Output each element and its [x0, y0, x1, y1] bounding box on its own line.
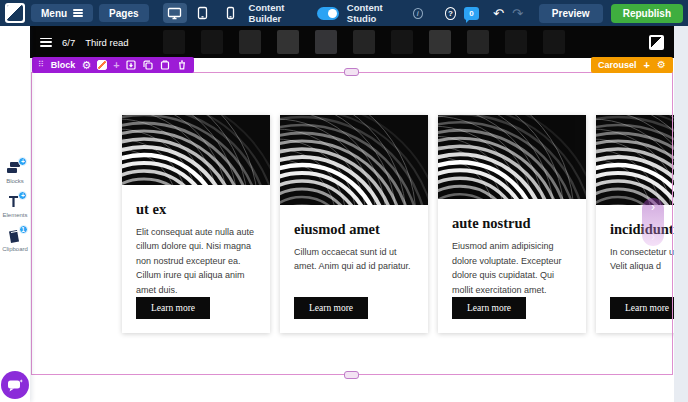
sidebar-item-elements[interactable]: + Elements [2, 195, 27, 218]
element-tag[interactable]: Carousel + ⚙ [591, 57, 673, 73]
learn-more-button[interactable]: Learn more [136, 297, 210, 319]
mobile-preview-button[interactable] [219, 3, 243, 23]
block-add-icon[interactable]: + [113, 60, 119, 71]
card[interactable]: ut ex Elit consequat aute nulla aute cil… [122, 115, 270, 333]
undo-icon[interactable]: ↶ [493, 7, 504, 20]
topbar-right-group: Content Builder Content Studio i ? 0 ↶ ↷… [249, 2, 683, 24]
menu-button[interactable]: Menu [31, 4, 93, 22]
card-title: ut ex [136, 201, 256, 218]
block-save-icon[interactable] [126, 60, 137, 71]
site-logo-icon [649, 35, 664, 50]
app-logo-icon[interactable] [5, 3, 25, 23]
widgets-sidebar: + Blocks + Elements 1 Clipboard [0, 26, 30, 402]
preview-button[interactable]: Preview [539, 4, 603, 23]
editor-topbar: Menu Pages Content [0, 0, 688, 26]
tablet-preview-button[interactable] [191, 3, 215, 23]
block-settings-icon[interactable]: ⚙ [81, 60, 91, 71]
content-studio-label: Content Studio [347, 2, 405, 24]
canvas-gutter [674, 26, 688, 402]
mobile-icon [226, 6, 235, 20]
card-image [596, 115, 674, 205]
slide-thumbnail[interactable] [315, 30, 337, 54]
slide-counter: 6/7 [62, 37, 75, 48]
slide-thumbnails [163, 30, 639, 54]
drag-handle-icon[interactable]: ⠿ [38, 61, 45, 69]
editor-window: Menu Pages Content [0, 0, 688, 402]
card-text: Elit consequat aute nulla aute cillum do… [136, 225, 256, 297]
learn-more-button[interactable]: Learn more [610, 297, 674, 319]
slide-thumbnail[interactable] [505, 30, 527, 54]
sidebar-item-clipboard[interactable]: 1 Clipboard [2, 229, 28, 252]
card-text: Eiusmod anim adipisicing dolore voluptat… [452, 239, 572, 297]
site-header: 6/7 Third read [30, 26, 674, 58]
blocks-icon: + [6, 161, 23, 176]
republish-button-label: Republish [623, 8, 671, 19]
card[interactable]: aute nostrud Eiusmod anim adipisicing do… [438, 115, 586, 333]
card-text: In consectetur ut in culpa. Velit aliqua… [610, 245, 674, 274]
pages-button[interactable]: Pages [99, 4, 148, 22]
learn-more-button[interactable]: Learn more [294, 297, 368, 319]
selection-handle-bottom[interactable] [344, 371, 359, 379]
slide-thumbnail[interactable] [163, 30, 185, 54]
block-paste-icon[interactable] [160, 60, 171, 71]
element-settings-icon[interactable]: ⚙ [657, 60, 666, 70]
slide-thumbnail[interactable] [543, 30, 565, 54]
blocks-badge: + [18, 157, 27, 166]
element-tag-label: Carousel [598, 60, 637, 70]
carousel-next-button[interactable]: › › [642, 198, 664, 246]
assistant-chat-button[interactable] [1, 371, 29, 399]
sidebar-item-label: Clipboard [2, 246, 28, 252]
block-delete-icon[interactable] [177, 60, 188, 71]
chevron-right-icon: › [651, 231, 655, 243]
sidebar-item-label: Elements [2, 212, 27, 218]
site-canvas: 6/7 Third read ⠿ Block ⚙ + [30, 26, 674, 402]
help-icon[interactable]: ? [445, 7, 456, 20]
slide-thumbnail[interactable] [277, 30, 299, 54]
sidebar-item-blocks[interactable]: + Blocks [6, 161, 24, 184]
toggle-knob [328, 9, 337, 18]
slide-title: Third read [85, 37, 128, 48]
comments-icon[interactable]: 0 [464, 7, 479, 20]
clipboard-icon: 1 [7, 229, 24, 244]
content-mode-toggle[interactable] [317, 7, 338, 20]
pages-button-label: Pages [109, 8, 138, 19]
site-menu-icon[interactable] [40, 38, 52, 47]
chevron-right-icon: › [651, 201, 655, 213]
slide-thumbnail[interactable] [391, 30, 413, 54]
menu-button-label: Menu [41, 8, 67, 19]
block-toolbar: ⠿ Block ⚙ + [32, 57, 194, 73]
comments-count: 0 [469, 9, 473, 18]
card-image [122, 115, 270, 185]
content-builder-label: Content Builder [249, 2, 310, 24]
carousel-cards: ut ex Elit consequat aute nulla aute cil… [122, 115, 674, 333]
element-add-icon[interactable]: + [644, 60, 650, 71]
block-design-icon[interactable] [97, 60, 107, 70]
card-body: ut ex Elit consequat aute nulla aute cil… [122, 185, 270, 333]
chat-bubble-icon [7, 378, 24, 393]
sidebar-item-label: Blocks [6, 178, 24, 184]
menu-icon [73, 9, 83, 17]
slide-thumbnail[interactable] [239, 30, 261, 54]
block-toolbar-label: Block [51, 60, 76, 70]
card-image [438, 115, 586, 199]
preview-button-label: Preview [552, 8, 590, 19]
info-icon[interactable]: i [413, 8, 423, 19]
slide-thumbnail[interactable] [201, 30, 223, 54]
desktop-preview-button[interactable] [163, 3, 187, 23]
card-text: Cillum occaecat sunt id ut amet. Anim qu… [294, 245, 414, 274]
republish-button[interactable]: Republish [611, 4, 683, 23]
card[interactable]: eiusmod amet Cillum occaecat sunt id ut … [280, 115, 428, 333]
learn-more-button[interactable]: Learn more [452, 297, 526, 319]
slide-thumbnail[interactable] [429, 30, 451, 54]
elements-badge: + [18, 191, 27, 200]
block-copy-icon[interactable] [143, 60, 154, 71]
card-image [280, 115, 428, 205]
card-title: aute nostrud [452, 215, 572, 232]
clipboard-badge: 1 [19, 225, 28, 234]
device-preview-group [163, 3, 243, 23]
slide-thumbnail[interactable] [467, 30, 489, 54]
selection-handle-top[interactable] [344, 68, 359, 76]
card-body: aute nostrud Eiusmod anim adipisicing do… [438, 199, 586, 333]
redo-icon[interactable]: ↷ [512, 7, 523, 20]
slide-thumbnail[interactable] [353, 30, 375, 54]
